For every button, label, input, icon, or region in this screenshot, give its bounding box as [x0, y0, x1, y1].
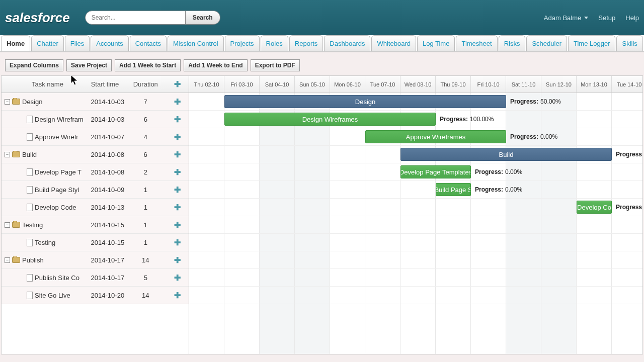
task-row[interactable]: Site Go Live2014-10-2014✚ — [2, 287, 189, 304]
task-row[interactable]: Design Wirefram2014-10-036✚ — [2, 111, 189, 128]
tab-roles[interactable]: Roles — [261, 35, 288, 51]
date-header-cell[interactable]: Sun 12-10 — [541, 76, 577, 93]
task-row[interactable]: Publish Site Co2014-10-175✚ — [2, 269, 189, 287]
plus-icon[interactable]: ✚ — [174, 115, 182, 123]
collapse-icon[interactable]: − — [5, 152, 10, 157]
plus-icon[interactable]: ✚ — [174, 98, 182, 106]
task-duration: 1 — [125, 221, 166, 229]
plus-icon[interactable]: ✚ — [174, 291, 182, 299]
help-link[interactable]: Help — [625, 14, 639, 22]
tab-scheduler[interactable]: Scheduler — [526, 35, 567, 51]
add-1-week-to-end-button[interactable]: Add 1 Week to End — [184, 59, 247, 71]
task-row[interactable]: −Design2014-10-037✚ — [2, 93, 189, 111]
task-row[interactable]: −Build2014-10-086✚ — [2, 146, 189, 163]
gantt-bar[interactable]: Develop Co — [577, 201, 612, 214]
col-start-time[interactable]: Start time — [91, 80, 125, 88]
date-header-cell[interactable]: Tue 14-10 — [612, 76, 642, 93]
task-duration: 1 — [125, 186, 166, 194]
task-row[interactable]: Approve Wirefr2014-10-074✚ — [2, 128, 189, 146]
user-name: Adam Balme — [544, 14, 581, 22]
task-row[interactable]: Testing2014-10-151✚ — [2, 234, 189, 251]
gantt-bar[interactable]: Build Page S — [436, 183, 471, 196]
col-duration[interactable]: Duration — [125, 80, 166, 88]
plus-icon[interactable]: ✚ — [174, 203, 182, 211]
tab-mission-control[interactable]: Mission Control — [168, 35, 224, 51]
timeline-row — [189, 234, 642, 251]
plus-icon[interactable]: ✚ — [174, 274, 182, 282]
progress-label: Progress: 50.00% — [510, 95, 561, 108]
plus-icon[interactable]: ✚ — [174, 256, 182, 264]
tab-timesheet[interactable]: Timesheet — [456, 35, 497, 51]
plus-icon[interactable]: ✚ — [174, 186, 182, 194]
task-row[interactable]: Develop Code2014-10-131✚ — [2, 199, 189, 216]
date-header-cell[interactable]: Tue 07-10 — [365, 76, 400, 93]
date-header-cell[interactable]: Thu 02-10 — [189, 76, 224, 93]
gantt-bar[interactable]: Build — [400, 148, 612, 161]
tab-files[interactable]: Files — [65, 35, 90, 51]
task-row[interactable]: Build Page Styl2014-10-091✚ — [2, 181, 189, 199]
tab-reports[interactable]: Reports — [289, 35, 324, 51]
plus-icon[interactable]: ✚ — [174, 133, 182, 141]
tab-risks[interactable]: Risks — [499, 35, 526, 51]
date-header-cell[interactable]: Fri 03-10 — [224, 76, 260, 93]
user-menu[interactable]: Adam Balme — [544, 14, 588, 22]
task-duration: 6 — [125, 151, 166, 158]
tab-home[interactable]: Home — [1, 35, 30, 51]
search-form: Search — [85, 11, 220, 25]
task-start: 2014-10-03 — [91, 116, 125, 123]
tab-chatter[interactable]: Chatter — [31, 35, 64, 51]
tab-time-logger[interactable]: Time Logger — [568, 35, 616, 51]
plus-icon[interactable]: ✚ — [174, 221, 182, 229]
task-row[interactable]: −Testing2014-10-151✚ — [2, 216, 189, 234]
tab-dashboards[interactable]: Dashboards — [324, 35, 370, 51]
date-header-cell[interactable]: Mon 06-10 — [330, 76, 365, 93]
plus-icon[interactable]: ✚ — [174, 80, 182, 88]
tab-log-time[interactable]: Log Time — [417, 35, 455, 51]
export-to-pdf-button[interactable]: Export to PDF — [251, 59, 300, 71]
collapse-icon[interactable]: − — [5, 99, 10, 105]
folder-icon — [12, 99, 20, 105]
col-task-name[interactable]: Task name — [2, 80, 91, 88]
progress-label: Progress: — [616, 148, 642, 161]
task-duration: 4 — [125, 133, 166, 141]
header-right: Adam Balme Setup Help — [544, 14, 639, 22]
save-project-button[interactable]: Save Project — [66, 59, 112, 71]
search-input[interactable] — [85, 11, 186, 25]
gantt-bar[interactable]: Develop Page Templates — [400, 165, 471, 178]
timeline-row — [189, 251, 642, 269]
plus-icon[interactable]: ✚ — [174, 168, 182, 176]
add-1-week-to-start-button[interactable]: Add 1 Week to Start — [115, 59, 181, 71]
document-icon — [27, 274, 33, 282]
task-name: Build — [22, 151, 37, 158]
setup-link[interactable]: Setup — [598, 14, 615, 22]
document-icon — [27, 168, 33, 176]
date-header-cell[interactable]: Sat 04-10 — [260, 76, 295, 93]
document-icon — [27, 186, 33, 194]
plus-icon[interactable]: ✚ — [174, 150, 182, 158]
tab-projects[interactable]: Projects — [225, 35, 260, 51]
task-row[interactable]: −Publish2014-10-1714✚ — [2, 251, 189, 269]
date-header-cell[interactable]: Wed 08-10 — [400, 76, 436, 93]
tab-whiteboard[interactable]: Whiteboard — [371, 35, 416, 51]
tab-skills[interactable]: Skills — [616, 35, 642, 51]
expand-columns-button[interactable]: Expand Columns — [5, 59, 63, 71]
date-header-cell[interactable]: Fri 10-10 — [471, 76, 506, 93]
gantt-bar[interactable]: Design — [224, 95, 506, 108]
gantt-bar[interactable]: Design Wireframes — [224, 113, 436, 126]
date-header-cell[interactable]: Sat 11-10 — [506, 76, 541, 93]
timeline-pane[interactable]: Thu 02-10Fri 03-10Sat 04-10Sun 05-10Mon … — [189, 76, 642, 354]
task-row[interactable]: Develop Page T2014-10-082✚ — [2, 163, 189, 181]
date-header-cell[interactable]: Thu 09-10 — [436, 76, 471, 93]
tab-accounts[interactable]: Accounts — [91, 35, 128, 51]
collapse-icon[interactable]: − — [5, 222, 10, 228]
collapse-icon[interactable]: − — [5, 257, 10, 263]
date-header-cell[interactable]: Mon 13-10 — [577, 76, 612, 93]
task-start: 2014-10-08 — [91, 151, 125, 158]
search-button[interactable]: Search — [186, 11, 220, 25]
column-header: Task name Start time Duration ✚ — [2, 76, 189, 93]
plus-icon[interactable]: ✚ — [174, 238, 182, 246]
tab-contacts[interactable]: Contacts — [130, 35, 167, 51]
date-header-cell[interactable]: Sun 05-10 — [295, 76, 330, 93]
gantt-bar[interactable]: Approve Wireframes — [365, 130, 506, 143]
document-icon — [27, 292, 33, 299]
